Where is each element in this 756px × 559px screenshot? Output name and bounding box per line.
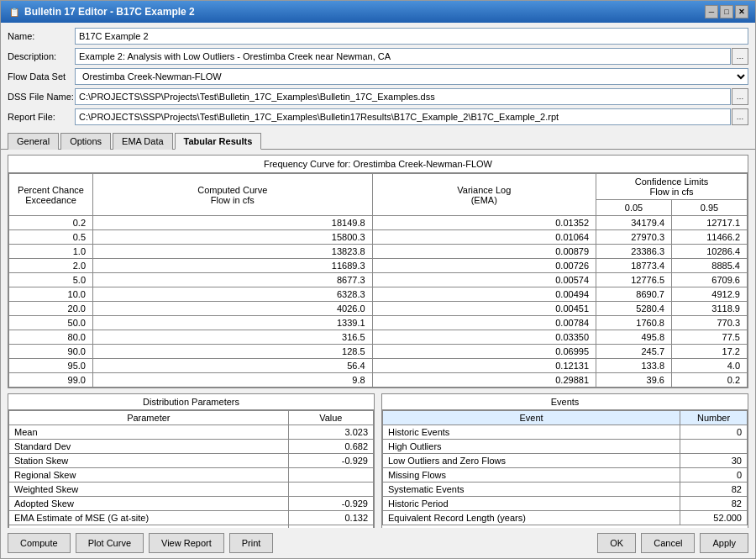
dss-file-field: … xyxy=(75,88,748,105)
description-label: Description: xyxy=(8,51,75,61)
footer-right-buttons: OK Cancel Apply xyxy=(597,533,748,553)
table-row: 1.0 13823.8 0.00879 23386.3 10286.4 xyxy=(9,245,748,259)
events-header-event: Event xyxy=(383,411,680,425)
table-row: Historic Events 0 xyxy=(383,425,748,440)
table-row: Adopted Skew -0.929 xyxy=(9,497,374,511)
distribution-params-section: Distribution Parameters Parameter Value … xyxy=(8,393,375,528)
table-row: EMA Estimate of MSE (G at-site) 0.132 xyxy=(9,511,374,525)
tab-ema-data[interactable]: EMA Data xyxy=(113,133,173,150)
events-header-number: Number xyxy=(680,411,748,425)
tabs-area: General Options EMA Data Tabular Results xyxy=(1,132,755,150)
table-row: 90.0 128.5 0.06995 245.7 17.2 xyxy=(9,345,748,359)
freq-header-computed: Computed CurveFlow in cfs xyxy=(93,174,373,216)
table-row: Mean 3.023 xyxy=(9,425,374,440)
footer-buttons: Compute Plot Curve View Report Print OK … xyxy=(1,528,755,558)
table-row: Station Skew -0.929 xyxy=(9,454,374,468)
table-row: Standard Dev 0.682 xyxy=(9,440,374,454)
events-table-body: Historic Events 0 High Outliers Low Outl… xyxy=(383,425,748,525)
window-icon: 📋 xyxy=(8,5,21,18)
events-title: Events xyxy=(382,394,748,410)
report-file-row: Report File: … xyxy=(8,108,748,125)
description-field: … xyxy=(75,48,748,65)
freq-header-variance: Variance Log(EMA) xyxy=(372,174,596,216)
table-row: Missing Flows 0 xyxy=(383,468,748,483)
table-row: 80.0 316.5 0.03350 495.8 77.5 xyxy=(9,330,748,345)
table-row: 5.0 8677.3 0.00574 12776.5 6709.6 xyxy=(9,273,748,287)
name-label: Name: xyxy=(8,31,75,41)
flow-data-set-label: Flow Data Set xyxy=(8,71,75,82)
table-row: 20.0 4026.0 0.00451 5280.4 3118.9 xyxy=(9,302,748,316)
dss-file-row: DSS File Name: … xyxy=(8,88,748,105)
main-window: 📋 Bulletin 17 Editor - B17C Example 2 ─ … xyxy=(0,0,756,559)
table-row: Low Outliers and Zero Flows 30 xyxy=(383,454,748,468)
close-button[interactable]: ✕ xyxy=(735,5,748,18)
table-row: 95.0 56.4 0.12131 133.8 4.0 xyxy=(9,359,748,373)
cancel-button[interactable]: Cancel xyxy=(641,533,695,553)
description-browse-button[interactable]: … xyxy=(732,48,748,65)
freq-header-cl95: 0.95 xyxy=(672,200,748,216)
frequency-table-section: Frequency Curve for: Orestimba Creek-New… xyxy=(8,155,748,388)
bottom-section: Distribution Parameters Parameter Value … xyxy=(8,393,748,528)
table-row: Historic Period 82 xyxy=(383,497,748,511)
params-header-param: Parameter xyxy=(9,411,289,425)
minimize-button[interactable]: ─ xyxy=(705,5,718,18)
table-row: Systematic Events 82 xyxy=(383,483,748,497)
table-row: 0.2 18149.8 0.01352 34179.4 12717.1 xyxy=(9,216,748,230)
apply-button[interactable]: Apply xyxy=(700,533,748,553)
table-row: 50.0 1339.1 0.00784 1760.8 770.3 xyxy=(9,316,748,330)
table-row: Equivalent Record Length (years) 52.000 xyxy=(383,511,748,525)
title-bar: 📋 Bulletin 17 Editor - B17C Example 2 ─ … xyxy=(1,1,755,23)
title-bar-controls: ─ □ ✕ xyxy=(705,5,748,18)
table-row: 10.0 6328.3 0.00494 8690.7 4912.9 xyxy=(9,287,748,302)
main-content: Frequency Curve for: Orestimba Creek-New… xyxy=(1,150,755,528)
form-area: Name: Description: … Flow Data Set Orest… xyxy=(1,23,755,132)
params-header-value: Value xyxy=(288,411,373,425)
compute-button[interactable]: Compute xyxy=(8,533,71,553)
view-report-button[interactable]: View Report xyxy=(149,533,224,553)
tab-general[interactable]: General xyxy=(8,133,59,150)
print-button[interactable]: Print xyxy=(229,533,274,553)
distribution-params-body: Mean 3.023 Standard Dev 0.682 Station Sk… xyxy=(9,425,374,529)
description-row: Description: … xyxy=(8,48,748,65)
report-file-label: Report File: xyxy=(8,112,75,122)
table-row: 0.5 15800.3 0.01064 27970.3 11466.2 xyxy=(9,230,748,245)
events-table: Event Number Historic Events 0 High Outl… xyxy=(382,410,748,525)
freq-header-cl05: 0.05 xyxy=(596,200,672,216)
flow-data-set-select[interactable]: Orestimba Creek-Newman-FLOW xyxy=(75,68,748,85)
name-input[interactable] xyxy=(75,28,748,45)
ok-button[interactable]: OK xyxy=(597,533,636,553)
dss-file-label: DSS File Name: xyxy=(8,92,75,102)
flow-data-set-field: Orestimba Creek-Newman-FLOW xyxy=(75,68,748,85)
table-row: High Outliers xyxy=(383,440,748,454)
dss-file-input[interactable] xyxy=(75,88,731,105)
frequency-table-body: 0.2 18149.8 0.01352 34179.4 12717.1 0.5 … xyxy=(9,216,748,388)
description-input[interactable] xyxy=(75,48,731,65)
freq-header-pct: Percent ChanceExceedance xyxy=(9,174,93,216)
tab-options[interactable]: Options xyxy=(60,133,111,150)
plot-curve-button[interactable]: Plot Curve xyxy=(76,533,144,553)
footer-left-buttons: Compute Plot Curve View Report Print xyxy=(8,533,273,553)
table-row: 2.0 11689.3 0.00726 18773.4 8885.4 xyxy=(9,259,748,273)
table-row: 99.0 9.8 0.29881 39.6 0.2 xyxy=(9,373,748,388)
title-left: 📋 Bulletin 17 Editor - B17C Example 2 xyxy=(8,5,195,18)
report-file-field: … xyxy=(75,108,748,125)
maximize-button[interactable]: □ xyxy=(720,5,733,18)
flow-data-set-row: Flow Data Set Orestimba Creek-Newman-FLO… xyxy=(8,68,748,85)
table-row: Regional Skew xyxy=(9,468,374,483)
window-title: Bulletin 17 Editor - B17C Example 2 xyxy=(24,6,195,18)
table-row: Weighted Skew xyxy=(9,483,374,497)
frequency-table: Percent ChanceExceedance Computed CurveF… xyxy=(8,173,748,388)
dss-file-browse-button[interactable]: … xyxy=(732,88,748,105)
frequency-table-title: Frequency Curve for: Orestimba Creek-New… xyxy=(8,156,748,173)
freq-header-confidence: Confidence LimitsFlow in cfs xyxy=(596,174,748,200)
events-section: Events Event Number Historic Events 0 Hi… xyxy=(381,393,748,528)
report-file-input[interactable] xyxy=(75,108,731,125)
distribution-params-table: Parameter Value Mean 3.023 Standard Dev … xyxy=(8,410,374,528)
tab-tabular-results[interactable]: Tabular Results xyxy=(175,133,262,150)
name-row: Name: xyxy=(8,28,748,45)
report-file-browse-button[interactable]: … xyxy=(732,108,748,125)
dist-params-title: Distribution Parameters xyxy=(8,394,374,410)
